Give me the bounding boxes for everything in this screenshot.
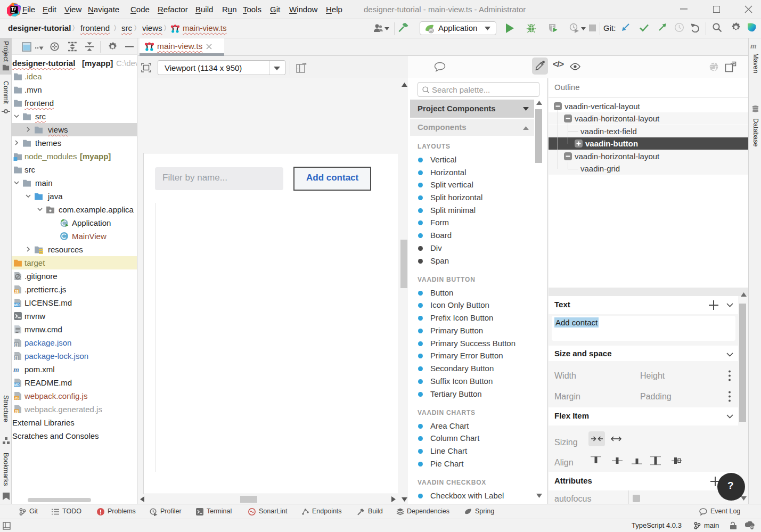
svg-text:{ }: { } bbox=[14, 342, 18, 347]
svg-text:{ }: { } bbox=[14, 355, 18, 360]
svg-text:JS: JS bbox=[14, 396, 19, 400]
svg-text:MD: MD bbox=[14, 383, 20, 387]
svg-text:JS: JS bbox=[14, 410, 19, 413]
svg-text:m: m bbox=[13, 366, 19, 374]
svg-text:MD: MD bbox=[14, 303, 20, 307]
svg-text:JS: JS bbox=[14, 290, 19, 293]
